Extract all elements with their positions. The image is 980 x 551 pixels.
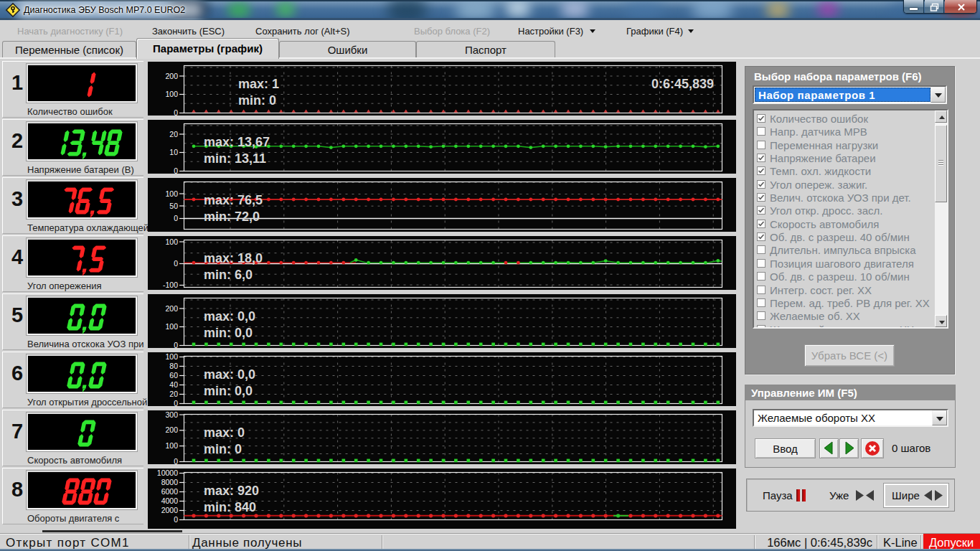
svg-text:100: 100: [165, 189, 178, 198]
svg-text:min: 6,0: min: 6,0: [204, 268, 253, 282]
svg-text:200: 200: [165, 72, 178, 80]
svg-text:60: 60: [169, 371, 178, 380]
svg-text:80: 80: [169, 362, 178, 370]
svg-text:300: 300: [165, 410, 178, 419]
svg-text:50: 50: [169, 202, 178, 210]
svg-text:0: 0: [174, 399, 178, 406]
svg-text:min: 0,0: min: 0,0: [204, 384, 253, 398]
svg-text:min: 0,0: min: 0,0: [204, 326, 253, 340]
svg-text:-100: -100: [163, 281, 178, 289]
svg-text:0:6:45,839: 0:6:45,839: [651, 77, 714, 91]
svg-text:10: 10: [169, 148, 178, 156]
svg-text:0: 0: [174, 341, 178, 348]
svg-text:100: 100: [165, 441, 178, 450]
svg-text:max: 1: max: 1: [238, 77, 279, 91]
svg-text:6000: 6000: [161, 487, 179, 496]
svg-text:min: 0: min: 0: [238, 93, 276, 108]
svg-text:100: 100: [165, 352, 178, 361]
svg-text:0: 0: [174, 108, 178, 116]
svg-text:0: 0: [174, 259, 178, 268]
svg-text:200: 200: [165, 425, 178, 434]
svg-text:max: 920: max: 920: [204, 484, 259, 498]
svg-text:8000: 8000: [161, 478, 179, 486]
svg-text:100: 100: [165, 322, 178, 331]
svg-text:0: 0: [174, 515, 178, 524]
svg-text:min: 840: min: 840: [204, 500, 256, 514]
svg-text:100: 100: [165, 237, 178, 246]
svg-text:20: 20: [169, 130, 178, 138]
svg-text:0: 0: [174, 214, 178, 222]
svg-text:100: 100: [165, 90, 178, 98]
svg-text:20: 20: [169, 390, 178, 398]
svg-text:max: 0,0: max: 0,0: [204, 309, 255, 324]
svg-text:max: 76,5: max: 76,5: [204, 193, 263, 207]
svg-text:min: 13,11: min: 13,11: [204, 151, 266, 166]
svg-text:max: 13,67: max: 13,67: [204, 135, 270, 149]
svg-text:40: 40: [169, 380, 178, 389]
svg-text:4000: 4000: [161, 496, 179, 505]
svg-text:max: 0: max: 0: [204, 425, 245, 440]
svg-text:10000: 10000: [157, 468, 178, 477]
svg-text:min: 72,0: min: 72,0: [204, 209, 260, 224]
svg-text:max: 18,0: max: 18,0: [204, 251, 263, 265]
svg-text:0: 0: [174, 166, 178, 174]
svg-text:2000: 2000: [161, 506, 179, 514]
svg-text:0: 0: [174, 457, 178, 464]
svg-text:200: 200: [165, 304, 178, 313]
svg-text:min: 0: min: 0: [204, 442, 242, 456]
svg-text:max: 0,0: max: 0,0: [204, 367, 255, 382]
